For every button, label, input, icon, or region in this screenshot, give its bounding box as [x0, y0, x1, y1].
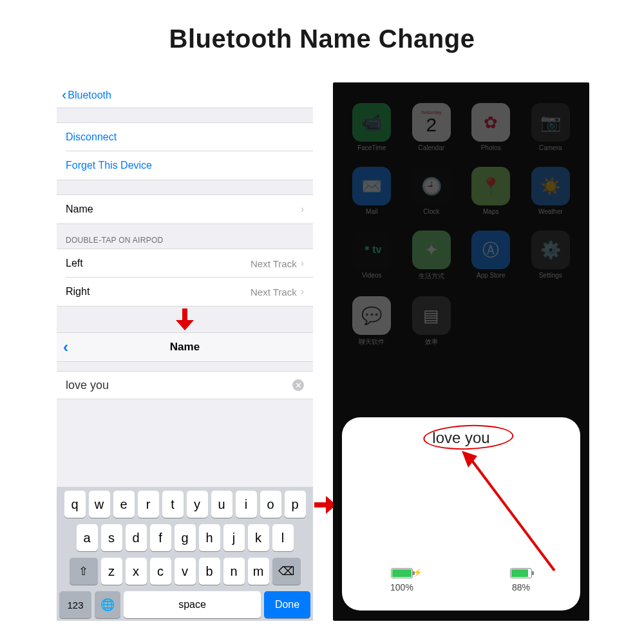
numbers-key[interactable]: 123 [59, 591, 91, 618]
app-maps[interactable]: 📍Maps [466, 167, 516, 215]
key-v[interactable]: v [175, 558, 196, 585]
key-a[interactable]: a [77, 524, 98, 551]
key-u[interactable]: u [211, 491, 232, 518]
app-label: Maps [483, 208, 498, 215]
arrow-down-annotation [57, 307, 313, 332]
chevron-right-icon: › [301, 286, 304, 298]
app-label: Mail [366, 208, 377, 215]
app-label: Clock [423, 208, 439, 215]
app-facetime[interactable]: 📹FaceTime [347, 103, 397, 151]
key-q[interactable]: q [64, 491, 86, 518]
disconnect-label: Disconnect [66, 131, 117, 143]
page-title: Bluetooth Name Change [0, 24, 644, 53]
left-airpod-row[interactable]: Left Next Track › [57, 249, 313, 278]
app-settings[interactable]: ⚙️Settings [526, 231, 576, 281]
chevron-right-icon: › [301, 258, 304, 269]
name-edit-nav: ‹ Name [57, 332, 313, 362]
app-label: Weather [538, 208, 563, 215]
name-edit-title: Name [170, 341, 200, 354]
app-生活方式[interactable]: ✦生活方式 [407, 231, 457, 281]
battery-right: ⚡ 88% [510, 568, 532, 592]
section-header-double-tap: DOUBLE-TAP ON AIRPOD [57, 224, 313, 249]
space-key[interactable]: space [124, 591, 261, 618]
key-n[interactable]: n [223, 558, 245, 585]
key-i[interactable]: i [236, 491, 257, 518]
key-b[interactable]: b [199, 558, 220, 585]
highlight-oval-annotation [423, 424, 514, 451]
name-input-row[interactable]: love you ✕ [57, 371, 313, 399]
app-label: 聊天软件 [359, 337, 384, 346]
key-e[interactable]: e [113, 491, 135, 518]
back-chevron-icon[interactable]: ‹ [63, 338, 68, 356]
app-label: App Store [477, 272, 505, 279]
name-row-label: Name [66, 204, 93, 215]
app-icon: 📷 [531, 103, 570, 142]
battery-row: ⚡ 100% ⚡ 88% [342, 568, 580, 592]
battery-right-percent: 88% [512, 582, 530, 592]
airpods-popup: love you ⚡ 100% ⚡ 88% [342, 417, 580, 611]
arrow-annotation [458, 448, 567, 577]
key-x[interactable]: x [126, 558, 147, 585]
key-p[interactable]: p [285, 491, 306, 518]
backspace-key[interactable]: ⌫ [272, 558, 301, 585]
left-airpod-value: Next Track [251, 258, 297, 269]
svg-rect-0 [182, 308, 187, 320]
battery-left-percent: 100% [390, 582, 413, 592]
app-label: Videos [362, 272, 381, 279]
app-clock[interactable]: 🕘Clock [407, 167, 457, 215]
app-weather[interactable]: ☀️Weather [526, 167, 576, 215]
shift-key[interactable]: ⇧ [70, 558, 98, 585]
key-z[interactable]: z [101, 558, 122, 585]
app-camera[interactable]: 📷Camera [526, 103, 576, 151]
svg-rect-2 [314, 502, 326, 507]
key-k[interactable]: k [248, 524, 269, 551]
chevron-right-icon: › [301, 204, 304, 215]
key-d[interactable]: d [126, 524, 147, 551]
key-t[interactable]: t [162, 491, 184, 518]
back-button[interactable]: Bluetooth [68, 90, 111, 101]
key-l[interactable]: l [272, 524, 294, 551]
name-row[interactable]: Name › [57, 195, 313, 223]
popup-title-wrap: love you [432, 429, 489, 447]
nav-bar: ‹ Bluetooth [57, 82, 313, 108]
app-icon: Saturday2 [412, 103, 451, 142]
forget-device-row[interactable]: Forget This Device [57, 151, 313, 180]
key-f[interactable]: f [150, 524, 171, 551]
back-chevron-icon[interactable]: ‹ [62, 87, 66, 104]
app-photos[interactable]: ✿Photos [466, 103, 516, 151]
keyboard: qwertyuiop asdfghjkl ⇧ zxcvbnm⌫ 123 🌐 sp… [57, 487, 313, 621]
app-icon: ✉️ [352, 167, 391, 205]
app-icon: ✿ [471, 103, 510, 142]
app-icon: ✦ [412, 231, 451, 269]
done-key[interactable]: Done [264, 591, 310, 618]
app-icon: 🕘 [412, 167, 451, 205]
key-m[interactable]: m [248, 558, 269, 585]
key-y[interactable]: y [187, 491, 208, 518]
right-airpod-row[interactable]: Right Next Track › [57, 278, 313, 306]
clear-text-icon[interactable]: ✕ [292, 379, 304, 391]
key-r[interactable]: r [138, 491, 159, 518]
app-calendar[interactable]: Saturday2Calendar [407, 103, 457, 151]
app-mail[interactable]: ✉️Mail [347, 167, 397, 215]
key-c[interactable]: c [150, 558, 171, 585]
home-screen-grid: 📹FaceTimeSaturday2Calendar✿Photos📷Camera… [333, 82, 589, 346]
app-videos[interactable]: ＊tvVideos [347, 231, 397, 281]
app-icon: 📍 [471, 167, 510, 205]
key-s[interactable]: s [101, 524, 122, 551]
settings-screen: ‹ Bluetooth Disconnect Forget This Devic… [57, 82, 313, 621]
key-j[interactable]: j [223, 524, 245, 551]
app-聊天软件[interactable]: 💬聊天软件 [347, 296, 397, 346]
app-app-store[interactable]: ⒶApp Store [466, 231, 516, 281]
name-group: Name › [57, 194, 313, 224]
globe-key[interactable]: 🌐 [95, 591, 120, 618]
key-o[interactable]: o [260, 491, 281, 518]
key-w[interactable]: w [89, 491, 110, 518]
phone-screen: 📹FaceTimeSaturday2Calendar✿Photos📷Camera… [333, 82, 589, 621]
app-icon: 💬 [352, 296, 391, 335]
key-h[interactable]: h [199, 524, 220, 551]
disconnect-row[interactable]: Disconnect [57, 123, 313, 151]
app-效率[interactable]: ▤效率 [407, 296, 457, 346]
app-icon: ▤ [412, 296, 451, 335]
svg-marker-1 [176, 320, 194, 330]
key-g[interactable]: g [175, 524, 196, 551]
